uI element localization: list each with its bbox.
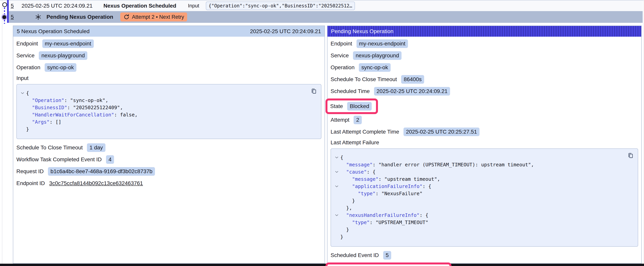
timeline-node-current-icon (2, 15, 6, 19)
code-gutter (19, 111, 26, 118)
field-value-badge: my-nexus-endpoint (356, 39, 408, 48)
collapse-chevron-icon[interactable] (19, 90, 26, 97)
event-title: Nexus Operation Scheduled (104, 3, 176, 9)
scheduled-card-timestamp: 2025-02-25 UTC 20:24:09.21 (250, 28, 321, 35)
json-value: : "20250225122409", (67, 104, 123, 111)
bottom-divider (0, 264, 644, 266)
json-key: "cause" (346, 168, 367, 175)
json-key: "Operation" (32, 97, 64, 104)
copy-icon[interactable] (627, 152, 634, 159)
json-code-line: "nexusHandlerFailureInfo": { (333, 212, 622, 219)
json-value: : "handler error (UPSTREAM_TIMEOUT): ups… (373, 161, 534, 168)
field-label: Endpoint ID (16, 180, 45, 186)
field-label: Scheduled Time (330, 88, 370, 94)
json-code-line: } (19, 126, 306, 133)
code-gutter (333, 197, 340, 204)
field-label: Scheduled Event ID (330, 252, 379, 258)
json-key: "type" (358, 190, 376, 197)
detail-field-service: Servicenexus-playground (330, 51, 638, 60)
json-key: "HandlerWaitForCancellation" (32, 111, 114, 118)
annotation-highlight-box: StateBlocked (326, 99, 378, 114)
json-value: : { (420, 212, 428, 219)
detail-field-schedule-to-close-timeout: Schedule To Close Timeout86400s (330, 75, 638, 84)
code-gutter (333, 175, 340, 183)
field-value-badge: 1 day (87, 143, 106, 152)
json-code-line: "Operation": "sync-op-ok", (19, 97, 306, 104)
json-key: "Args" (32, 118, 50, 126)
json-code-line: "Args": [] (19, 118, 306, 126)
field-label: Attempt (330, 117, 349, 123)
event-id-link[interactable]: 5 (11, 3, 14, 9)
json-value: { (26, 90, 29, 97)
detail-field-endpoint-id: Endpoint ID3c0c75ccfa8144b092c13ce632463… (16, 179, 322, 188)
copy-icon[interactable] (310, 88, 317, 95)
scheduled-event-card: 5 Nexus Operation Scheduled 2025-02-25 U… (13, 26, 325, 264)
event-id-link[interactable]: 5 (11, 14, 14, 20)
json-value: : "NexusFailure" (376, 190, 422, 197)
json-code-line: "cause": { (333, 168, 622, 175)
event-row-scheduled[interactable]: 5 2025-02-25 UTC 20:24:09.21 Nexus Opera… (9, 1, 643, 11)
detail-field-scheduled-event-id: Scheduled Event ID5 (330, 251, 638, 259)
json-value: : "UPSTREAM_TIMEOUT" (370, 219, 428, 226)
detail-field-endpoint: Endpointmy-nexus-endpoint (330, 39, 638, 48)
code-gutter (19, 97, 26, 104)
json-value: : "upstream timeout", (378, 175, 440, 183)
json-value: : { (367, 168, 376, 175)
json-value: } (26, 126, 29, 133)
detail-field-operation: Operationsync-op-ok (330, 63, 638, 72)
json-key: "type" (352, 219, 370, 226)
json-code-line: } (333, 233, 622, 240)
json-code-line: }, (333, 204, 622, 212)
selected-event-indicator (7, 0, 9, 23)
json-code-line: } (333, 197, 622, 204)
json-value: : "sync-op-ok", (64, 97, 108, 104)
detail-field-schedule-to-close-timeout: Schedule To Close Timeout1 day (16, 143, 322, 152)
code-gutter (19, 104, 26, 111)
collapse-chevron-icon[interactable] (333, 168, 340, 175)
event-row-pending[interactable]: 5 Pending Nexus Operation Attempt 2 • Ne… (9, 11, 643, 23)
input-preview-badge[interactable]: {"Operation":"sync-op-ok","BusinessID":"… (206, 2, 355, 10)
field-label: Endpoint (16, 41, 38, 47)
field-value-badge: Blocked (347, 102, 372, 111)
timeline-gutter-divider (2, 0, 2, 266)
code-gutter (19, 126, 26, 133)
field-label: Operation (330, 64, 354, 71)
pending-asterisk-icon (35, 14, 42, 20)
field-value-badge: nexus-playground (39, 51, 87, 60)
detail-field-attempt: Attempt2 (330, 116, 638, 124)
collapse-chevron-icon[interactable] (333, 154, 340, 161)
input-json-viewer: { "Operation": "sync-op-ok", "BusinessID… (16, 84, 322, 139)
field-value-badge: my-nexus-endpoint (42, 39, 94, 48)
field-label: Last Attempt Complete Time (330, 129, 399, 135)
failure-json-viewer: { "message": "handler error (UPSTREAM_TI… (330, 148, 638, 247)
json-key: "message" (352, 175, 378, 183)
field-value-badge: 2025-02-25 UTC 20:24:09.21 (374, 87, 450, 96)
field-value-badge: b1c6a4bc-8ee7-468a-9169-df3b02c8737b (48, 167, 155, 176)
code-gutter (333, 204, 340, 212)
field-label: Endpoint (330, 41, 352, 47)
timeline-node-open-icon (2, 2, 7, 7)
json-value: : { (422, 183, 431, 190)
field-value-badge: 86400s (401, 75, 424, 84)
collapse-chevron-icon[interactable] (333, 212, 340, 219)
scheduled-card-header: 5 Nexus Operation Scheduled 2025-02-25 U… (13, 26, 324, 37)
failure-section-label: Last Attempt Failure (330, 139, 638, 146)
json-value: : [] (50, 118, 61, 126)
field-value-link[interactable]: 3c0c75ccfa8144b092c13ce632463761 (49, 180, 143, 186)
field-value-badge: sync-op-ok (45, 63, 76, 72)
collapse-chevron-icon[interactable] (333, 183, 340, 190)
timeline-connector (4, 8, 5, 15)
event-timestamp: 2025-02-25 UTC 20:24:09.21 (22, 3, 92, 9)
json-code-line: "message": "upstream timeout", (333, 175, 622, 183)
detail-field-last-attempt-complete-time: Last Attempt Complete Time2025-02-25 UTC… (330, 128, 638, 136)
field-value-badge: 5 (383, 251, 392, 259)
json-code-line: "type": "UPSTREAM_TIMEOUT" (333, 219, 622, 226)
detail-field-operation: Operationsync-op-ok (16, 63, 322, 72)
json-value: : false, (114, 111, 138, 118)
timeline-connector (4, 20, 5, 24)
annotation-highlight-box: Blocked ReasonThe circuit breaker is ope… (326, 262, 452, 266)
field-label: State (330, 103, 343, 109)
field-label: Request ID (16, 168, 44, 174)
json-code-line: "BusinessID": "20250225122409", (19, 104, 306, 111)
code-gutter (19, 118, 26, 126)
